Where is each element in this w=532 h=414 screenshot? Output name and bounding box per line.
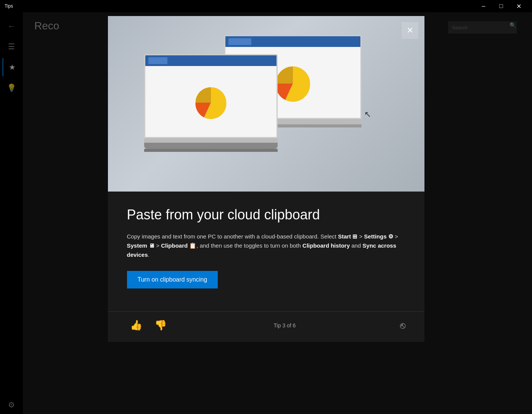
app-title: Tips (5, 3, 475, 9)
clipboard-history-label: Clipboard history (302, 242, 350, 249)
laptop-front-base (144, 138, 278, 143)
minimize-button[interactable]: – (475, 0, 492, 12)
modal-footer: 👍 👎 Tip 3 of 6 ⎋ (108, 311, 424, 342)
illustration: ↖ (133, 31, 400, 176)
title-bar: Tips – □ ✕ (0, 0, 532, 12)
share-button[interactable]: ⎋ (400, 320, 405, 331)
modal: ✕ (108, 16, 424, 342)
thumbs-up-icon: 👍 (130, 319, 142, 331)
app-background: ← ☰ ★ 💡 ⚙ Reco 🔍 ✕ (0, 12, 532, 414)
laptop-back-tab (228, 38, 251, 45)
thumbs-up-button[interactable]: 👍 (127, 318, 145, 333)
close-button[interactable]: ✕ (510, 0, 527, 12)
system-label: System 🖥 (127, 242, 155, 249)
thumbs-down-button[interactable]: 👎 (151, 318, 170, 333)
laptop-front-titlebar (145, 55, 276, 66)
modal-close-button[interactable]: ✕ (402, 22, 418, 39)
modal-text-area: Paste from your cloud clipboard Copy ima… (108, 192, 424, 311)
laptop-front-stand (144, 143, 278, 149)
laptop-front-foot (144, 149, 278, 152)
laptop-front (144, 54, 285, 157)
modal-body: Copy images and text from one PC to anot… (127, 232, 405, 259)
footer-actions: 👍 👎 (127, 318, 170, 333)
laptop-back-titlebar (225, 36, 360, 47)
tip-counter: Tip 3 of 6 (170, 322, 400, 329)
clipboard-label: Clipboard 📋 (161, 242, 196, 249)
start-label: Start ⊞ (338, 233, 357, 240)
cursor-icon: ↖ (364, 110, 371, 119)
share-icon: ⎋ (400, 320, 405, 330)
window-controls: – □ ✕ (475, 0, 527, 12)
modal-heading: Paste from your cloud clipboard (127, 207, 405, 223)
thumbs-down-icon: 👎 (154, 319, 167, 331)
maximize-button[interactable]: □ (492, 0, 510, 12)
settings-label: Settings ⚙ (364, 233, 393, 240)
pie-chart-front (194, 85, 228, 120)
laptop-front-tab (148, 57, 167, 64)
modal-image: ✕ (108, 16, 424, 192)
cta-button[interactable]: Turn on clipboard syncing (127, 271, 218, 288)
laptop-front-screen (144, 54, 278, 138)
laptop-front-content (145, 66, 276, 138)
